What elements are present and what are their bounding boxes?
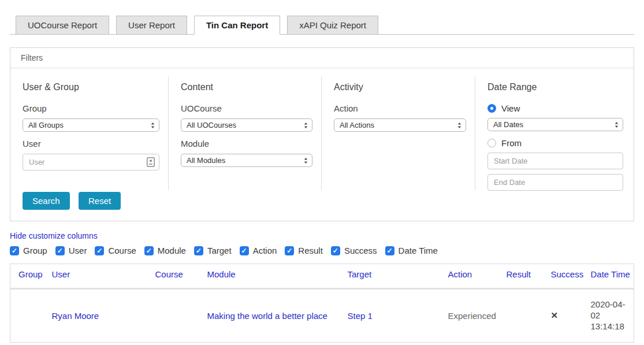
filter-section-activity: Activity Action All Actions bbox=[322, 76, 475, 191]
user-label: User bbox=[23, 139, 159, 148]
tab-user-report[interactable]: User Report bbox=[116, 16, 187, 35]
module-select-value: All Modules bbox=[187, 156, 225, 165]
select-arrows-icon bbox=[304, 158, 308, 164]
search-button[interactable]: Search bbox=[23, 192, 70, 210]
uocourse-label: UOCourse bbox=[181, 104, 312, 113]
from-radio-label: From bbox=[501, 138, 522, 148]
view-radio[interactable] bbox=[487, 104, 496, 113]
group-select-value: All Groups bbox=[28, 121, 64, 129]
column-header-module: Module bbox=[203, 264, 343, 285]
section-title-activity: Activity bbox=[334, 82, 466, 92]
module-label: Module bbox=[181, 139, 312, 148]
tab-tin-can-report[interactable]: Tin Can Report bbox=[194, 16, 280, 35]
column-header-group: Group bbox=[10, 264, 47, 285]
cell-date-time: 2020-04-02 13:14:18 bbox=[586, 290, 634, 343]
checkbox-group[interactable]: ✓Group bbox=[10, 246, 47, 255]
cell-success-x-icon: ✕ bbox=[546, 290, 586, 343]
checkbox-target[interactable]: ✓Target bbox=[194, 246, 232, 255]
checkbox-checked-icon: ✓ bbox=[385, 246, 394, 255]
checkbox-result[interactable]: ✓Result bbox=[285, 246, 323, 255]
checkbox-action[interactable]: ✓Action bbox=[240, 246, 277, 255]
view-radio-label: View bbox=[501, 103, 520, 113]
checkbox-course[interactable]: ✓Course bbox=[95, 246, 136, 255]
cell-user: Ryan Moore bbox=[47, 290, 151, 343]
cell-action: Experienced bbox=[444, 290, 502, 343]
action-select[interactable]: All Actions bbox=[334, 118, 466, 132]
module-select[interactable]: All Modules bbox=[181, 154, 312, 167]
tab-uocourse-report[interactable]: UOCourse Report bbox=[16, 16, 109, 35]
column-header-success: Success bbox=[546, 264, 586, 285]
checkbox-checked-icon: ✓ bbox=[194, 246, 203, 255]
start-date-input[interactable] bbox=[487, 153, 623, 169]
section-title-date-range: Date Range bbox=[487, 82, 623, 92]
dates-select[interactable]: All Dates bbox=[487, 118, 623, 131]
cell-group bbox=[10, 290, 47, 343]
reset-button[interactable]: Reset bbox=[79, 192, 121, 210]
column-header-course: Course bbox=[151, 264, 203, 285]
checkbox-success[interactable]: ✓Success bbox=[331, 246, 377, 255]
uocourse-select-value: All UOCourses bbox=[187, 121, 236, 129]
group-label: Group bbox=[23, 104, 159, 113]
column-header-target: Target bbox=[343, 264, 444, 285]
column-header-user: User bbox=[47, 264, 151, 285]
table-row: Ryan Moore Making the world a better pla… bbox=[10, 290, 634, 343]
column-header-action: Action bbox=[444, 264, 502, 285]
uocourse-select[interactable]: All UOCourses bbox=[181, 118, 312, 132]
filter-section-user-group: User & Group Group All Groups User bbox=[10, 76, 169, 191]
dates-select-value: All Dates bbox=[493, 120, 523, 129]
filters-panel: Filters User & Group Group All Groups Us… bbox=[10, 47, 634, 221]
hide-customize-columns-link[interactable]: Hide customize columns bbox=[10, 231, 98, 240]
section-title-content: Content bbox=[181, 82, 312, 92]
report-tabs: UOCourse Report User Report Tin Can Repo… bbox=[10, 16, 634, 35]
checkbox-checked-icon: ✓ bbox=[144, 246, 154, 255]
column-header-result: Result bbox=[502, 264, 546, 285]
action-label: Action bbox=[334, 104, 466, 113]
end-date-input[interactable] bbox=[487, 174, 623, 191]
group-select[interactable]: All Groups bbox=[23, 118, 159, 132]
cell-result bbox=[502, 290, 546, 343]
filter-section-content: Content UOCourse All UOCourses Module Al… bbox=[169, 76, 322, 191]
select-arrows-icon bbox=[457, 123, 461, 128]
section-title-user-group: User & Group bbox=[23, 82, 159, 92]
filters-title: Filters bbox=[10, 48, 634, 68]
checkbox-checked-icon: ✓ bbox=[331, 246, 340, 255]
contact-autofill-icon[interactable] bbox=[147, 157, 155, 167]
page: UOCourse Report User Report Tin Can Repo… bbox=[0, 16, 644, 343]
checkbox-module[interactable]: ✓Module bbox=[144, 246, 186, 255]
cell-course bbox=[151, 290, 203, 343]
column-header-date-time: Date Time bbox=[586, 264, 634, 285]
checkbox-checked-icon: ✓ bbox=[10, 246, 19, 255]
checkbox-checked-icon: ✓ bbox=[285, 246, 294, 255]
user-input[interactable] bbox=[23, 154, 159, 170]
select-arrows-icon bbox=[615, 122, 619, 128]
report-table: Group User Course Module Target Action R… bbox=[10, 264, 634, 343]
tab-xapi-quiz-report[interactable]: xAPI Quiz Report bbox=[287, 16, 378, 35]
action-select-value: All Actions bbox=[340, 121, 374, 129]
filter-section-date-range: Date Range View All Dates From bbox=[475, 76, 632, 191]
checkbox-date-time[interactable]: ✓Date Time bbox=[385, 246, 438, 255]
checkbox-checked-icon: ✓ bbox=[95, 246, 104, 255]
customize-columns-checkboxes: ✓Group ✓User ✓Course ✓Module ✓Target ✓Ac… bbox=[10, 246, 634, 255]
cell-module: Making the world a better place bbox=[203, 290, 343, 343]
checkbox-user[interactable]: ✓User bbox=[55, 246, 87, 255]
from-radio[interactable] bbox=[487, 139, 496, 147]
cell-target: Step 1 bbox=[343, 290, 444, 343]
checkbox-checked-icon: ✓ bbox=[240, 246, 249, 255]
table-header-row: Group User Course Module Target Action R… bbox=[10, 264, 634, 285]
select-arrows-icon bbox=[151, 123, 155, 128]
checkbox-checked-icon: ✓ bbox=[55, 246, 65, 255]
select-arrows-icon bbox=[304, 123, 308, 128]
